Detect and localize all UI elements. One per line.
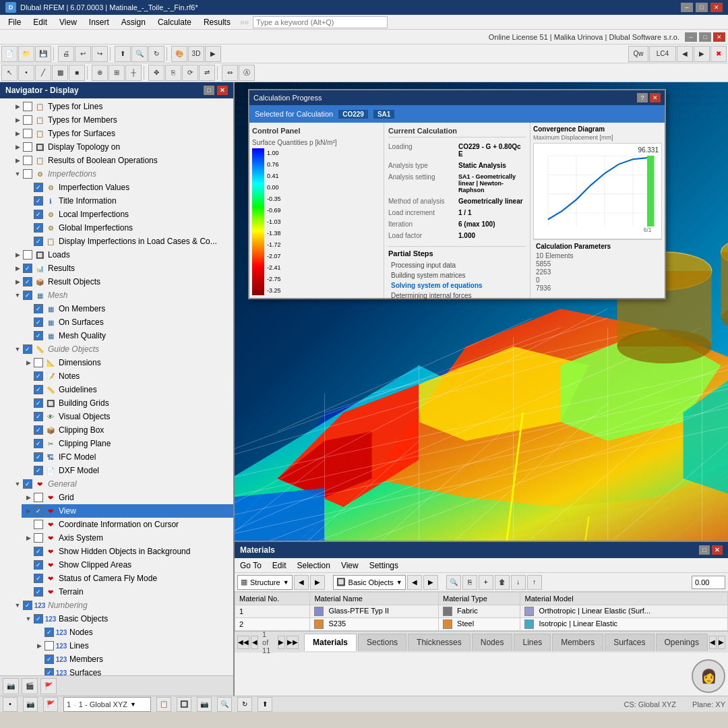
mat-settings[interactable]: Settings <box>367 559 401 572</box>
expand-basic-objects[interactable]: ▼ <box>24 615 32 623</box>
tb-cursor[interactable]: ⬆ <box>115 46 131 62</box>
expand-general[interactable]: ▼ <box>13 480 22 488</box>
nav-terrain[interactable]: ▶ ❤ Terrain <box>22 585 233 599</box>
license-maximize[interactable]: □ <box>699 32 711 42</box>
tab-next-btn[interactable]: ▶ <box>278 636 285 649</box>
mat-row-2[interactable]: 2 S235 Steel Isotropic | L <box>235 618 728 631</box>
tb2-snap[interactable]: ⊕ <box>92 65 108 81</box>
mat-goto[interactable]: Go To <box>237 559 264 572</box>
chk-guidelines[interactable] <box>34 385 43 394</box>
tb2-annotate[interactable]: Ⓐ <box>239 65 255 81</box>
chk-display-topology[interactable] <box>23 142 32 152</box>
btm-tb3[interactable]: 📷 <box>197 697 212 712</box>
menu-assign[interactable]: Assign <box>116 16 151 28</box>
nav-dxf-model[interactable]: ▶ 📄 DXF Model <box>22 464 233 477</box>
maximize-button[interactable]: □ <box>696 3 708 12</box>
nav-camera-icon[interactable]: 📷 <box>3 678 19 694</box>
chk-results[interactable] <box>23 264 32 273</box>
nav-axis-system[interactable]: ▶ ❤ Axis System <box>22 531 233 545</box>
btm-tb5[interactable]: ↻ <box>237 697 252 712</box>
tab-materials[interactable]: Materials <box>304 634 357 651</box>
tb2-mirror[interactable]: ⇌ <box>199 65 215 81</box>
chk-dimensions[interactable] <box>34 358 43 367</box>
nav-types-lines[interactable]: ▶ 📋 Types for Lines <box>11 100 233 113</box>
tb2-move[interactable]: ✥ <box>148 65 164 81</box>
expand-lines[interactable]: ▶ <box>35 642 43 650</box>
nav-close-btn[interactable]: ✕ <box>217 86 228 95</box>
nav-display-topology[interactable]: ▶ 🔲 Display Topology on <box>11 140 233 154</box>
tab-nodes[interactable]: Nodes <box>472 634 513 651</box>
tab-lines[interactable]: Lines <box>514 634 551 651</box>
expand-result-objects[interactable]: ▶ <box>13 278 22 286</box>
tb-lc[interactable]: LC4 <box>649 46 676 62</box>
chk-numbering[interactable] <box>23 601 32 610</box>
nav-lines[interactable]: ▶ 123 Lines <box>32 639 233 653</box>
basic-prev-btn[interactable]: ◀ <box>407 575 422 590</box>
tb2-dimension[interactable]: ⇔ <box>222 65 238 81</box>
chk-mesh[interactable] <box>23 291 32 300</box>
btm-flag-icon[interactable]: 🚩 <box>43 697 58 712</box>
tb-open[interactable]: 📁 <box>18 46 34 62</box>
expand-types-members[interactable]: ▶ <box>13 116 22 124</box>
nav-view[interactable]: ▶ ❤ View <box>22 504 233 518</box>
tb2-solid[interactable]: ■ <box>69 65 85 81</box>
chk-types-surfaces[interactable] <box>23 129 32 138</box>
tb2-surface[interactable]: ▩ <box>52 65 68 81</box>
nav-camera-fly[interactable]: ▶ ❤ Status of Camera Fly Mode <box>22 572 233 585</box>
calc-close-btn[interactable]: ✕ <box>650 93 661 102</box>
search-input[interactable] <box>253 16 388 28</box>
btm-tb6[interactable]: ⬆ <box>257 697 272 712</box>
chk-visual-objects[interactable] <box>34 412 43 421</box>
expand-boolean-results[interactable]: ▶ <box>13 156 22 164</box>
nav-video-icon[interactable]: 🎬 <box>22 678 38 694</box>
mat-close-btn[interactable]: ✕ <box>712 545 723 555</box>
tb-view-3d[interactable]: 3D <box>188 46 204 62</box>
chk-axis-system[interactable] <box>34 533 43 543</box>
nav-guidelines[interactable]: ▶ 📏 Guidelines <box>22 383 233 396</box>
tb2-select[interactable]: ↖ <box>1 65 18 81</box>
chk-on-members[interactable] <box>34 304 43 313</box>
navigator-body[interactable]: ▶ 📋 Types for Lines ▶ 📋 Types for Member… <box>0 98 233 675</box>
chk-coord-info[interactable] <box>34 520 43 529</box>
chk-guide-objects[interactable] <box>23 344 32 354</box>
tb-render[interactable]: 🎨 <box>171 46 187 62</box>
tb2-line[interactable]: ╱ <box>35 65 51 81</box>
nav-clipping-plane[interactable]: ▶ ✂ Clipping Plane <box>22 437 233 450</box>
tb-calculate[interactable]: ▶ <box>205 46 221 62</box>
nav-guide-objects[interactable]: ▼ 📏 Guide Objects <box>11 342 233 356</box>
chk-building-grids[interactable] <box>34 398 43 408</box>
license-minimize[interactable]: – <box>685 32 697 42</box>
tab-prev-btn[interactable]: ◀ <box>251 636 258 649</box>
chk-view[interactable] <box>34 506 43 516</box>
menu-edit[interactable]: Edit <box>28 16 53 28</box>
nav-ifc-model[interactable]: ▶ 🏗 IFC Model <box>22 450 233 464</box>
nav-visual-objects[interactable]: ▶ 👁 Visual Objects <box>22 410 233 423</box>
expand-mesh[interactable]: ▼ <box>13 291 22 299</box>
expand-results[interactable]: ▶ <box>13 264 22 272</box>
nav-basic-objects[interactable]: ▼ 123 Basic Objects <box>22 612 233 626</box>
chk-show-clipped[interactable] <box>34 560 43 570</box>
chk-boolean-results[interactable] <box>23 156 32 165</box>
tab-thicknesses[interactable]: Thicknesses <box>408 634 471 651</box>
mat-selection[interactable]: Selection <box>295 559 333 572</box>
nav-on-surfaces[interactable]: ▶ ▦ On Surfaces <box>22 315 233 329</box>
expand-numbering[interactable]: ▼ <box>13 601 22 609</box>
btm-node-icon[interactable]: • <box>3 697 18 712</box>
chk-result-objects[interactable] <box>23 277 32 286</box>
tb-arrow-left[interactable]: ◀ <box>677 46 693 62</box>
nav-nodes[interactable]: ▶ 123 Nodes <box>32 626 233 639</box>
nav-grid[interactable]: ▶ ❤ Grid <box>22 491 233 504</box>
chk-types-lines[interactable] <box>23 102 32 111</box>
nav-imperfection-values[interactable]: ▶ ⚙ Imperfection Values <box>22 181 233 194</box>
mat-delete-btn[interactable]: 🗑 <box>495 575 510 590</box>
nav-types-surfaces[interactable]: ▶ 📋 Types for Surfaces <box>11 127 233 140</box>
tb-new[interactable]: 📄 <box>1 46 18 62</box>
tab-last-btn[interactable]: ▶▶ <box>286 636 299 649</box>
expand-dimensions[interactable]: ▶ <box>24 359 32 367</box>
nav-flag-icon[interactable]: 🚩 <box>40 678 57 694</box>
menu-results[interactable]: Results <box>198 16 236 28</box>
nav-clipping-box[interactable]: ▶ 📦 Clipping Box <box>22 423 233 437</box>
chk-imperfection-values[interactable] <box>34 183 43 192</box>
viewport[interactable]: 1011010010110100101101001011010010110100… <box>235 82 728 696</box>
mat-search-btn[interactable]: 🔍 <box>446 575 461 590</box>
